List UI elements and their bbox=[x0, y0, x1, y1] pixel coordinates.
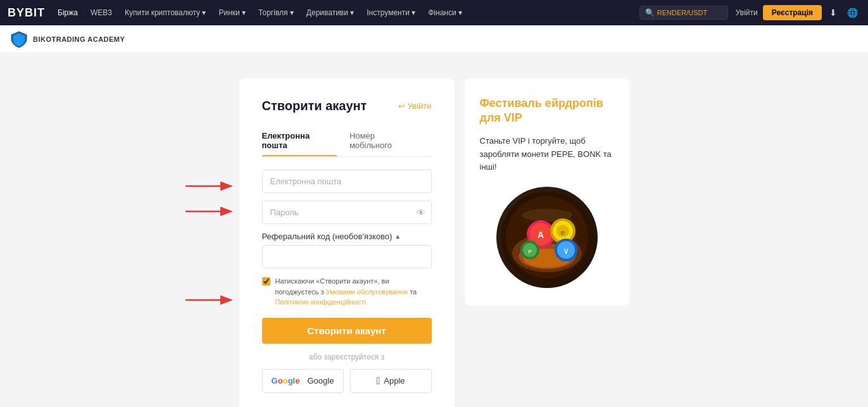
apple-icon:  bbox=[376, 375, 380, 387]
password-input[interactable] bbox=[262, 201, 432, 224]
nav-trade[interactable]: Торгівля ▾ bbox=[253, 8, 299, 17]
register-button[interactable]: Реєстрація bbox=[763, 5, 822, 20]
coins-illustration: A Ð V P bbox=[500, 190, 594, 285]
toggle-password-icon[interactable]: 👁 bbox=[417, 208, 425, 218]
promo-description: Станьте VIP і торгуйте, щоб заробляти мо… bbox=[480, 135, 614, 174]
google-login-button[interactable]: Google Google Google bbox=[262, 369, 344, 393]
search-ticker: RENDER/USDT bbox=[657, 9, 707, 16]
referral-toggle[interactable]: Реферальний код (необов'язково) ▲ bbox=[262, 232, 432, 241]
shield-icon bbox=[10, 30, 28, 48]
svg-text:P: P bbox=[528, 249, 532, 254]
nav-buy-crypto[interactable]: Купити криптовалюту ▾ bbox=[120, 8, 211, 17]
referral-input-group bbox=[262, 245, 432, 268]
search-bar[interactable]: 🔍 RENDER/USDT bbox=[639, 6, 728, 20]
or-divider: або зареєструйтеся з bbox=[262, 353, 432, 361]
globe-icon[interactable]: 🌐 bbox=[845, 8, 860, 18]
svg-text:V: V bbox=[563, 248, 568, 255]
promo-title: Фестиваль ейрдропів для VIP bbox=[480, 96, 614, 126]
svg-text:A: A bbox=[537, 230, 543, 240]
svg-text:Ð: Ð bbox=[560, 230, 565, 236]
sub-navigation: BIKOTRADING ACADEMY bbox=[0, 25, 868, 53]
terms-checkbox[interactable] bbox=[262, 277, 270, 285]
card-header: Створити акаунт ↩ Увійти bbox=[262, 99, 432, 113]
email-input[interactable] bbox=[262, 170, 432, 193]
nav-derivatives[interactable]: Деривативи ▾ bbox=[301, 8, 359, 17]
academy-logo[interactable]: BIKOTRADING ACADEMY bbox=[10, 30, 125, 48]
auth-tabs: Електронна пошта Номер мобільного bbox=[262, 126, 432, 157]
brand-logo: BYBIT bbox=[8, 6, 45, 20]
topnav-right-actions: Увійти Реєстрація ⬇ 🌐 bbox=[736, 5, 860, 20]
social-login-buttons: Google Google Google  Apple bbox=[262, 369, 432, 393]
referral-chevron: ▲ bbox=[394, 233, 401, 240]
register-card: Створити акаунт ↩ Увійти Електронна пошт… bbox=[239, 78, 455, 407]
academy-title: BIKOTRADING ACADEMY bbox=[33, 35, 125, 43]
login-button[interactable]: Увійти bbox=[736, 8, 758, 17]
google-icon: Google bbox=[272, 376, 300, 385]
main-content: Створити акаунт ↩ Увійти Електронна пошт… bbox=[0, 53, 868, 407]
top-navigation: BYBIT Біржа WEB3 Купити криптовалюту ▾ Р… bbox=[0, 0, 868, 25]
terms-row: Натискаючи «Створити акаунт», ви погоджу… bbox=[262, 276, 432, 308]
tab-email[interactable]: Електронна пошта bbox=[262, 126, 337, 156]
password-group: 👁 bbox=[262, 201, 432, 224]
nav-web3[interactable]: WEB3 bbox=[85, 8, 117, 17]
apple-login-button[interactable]:  Apple bbox=[350, 369, 432, 393]
nav-finance[interactable]: Фінанси ▾ bbox=[423, 8, 467, 17]
arrow-password bbox=[182, 202, 239, 221]
nav-instruments[interactable]: Інструменти ▾ bbox=[362, 8, 420, 17]
nav-birja[interactable]: Біржа bbox=[53, 8, 83, 17]
promo-card: Фестиваль ейрдропів для VIP Станьте VIP … bbox=[465, 78, 629, 306]
search-icon: 🔍 bbox=[645, 8, 655, 17]
arrow-email bbox=[182, 177, 239, 196]
promo-image: A Ð V P bbox=[496, 187, 598, 288]
privacy-policy-link[interactable]: Політикою конфіденційності bbox=[275, 298, 366, 306]
download-icon[interactable]: ⬇ bbox=[827, 8, 840, 18]
nav-markets[interactable]: Ринки ▾ bbox=[213, 8, 251, 17]
tab-phone[interactable]: Номер мобільного bbox=[349, 126, 419, 156]
svg-point-18 bbox=[522, 209, 572, 222]
referral-input[interactable] bbox=[262, 245, 432, 268]
create-account-button[interactable]: Створити акаунт bbox=[262, 318, 432, 344]
terms-of-service-link[interactable]: Умовами обслуговування bbox=[326, 288, 408, 296]
email-group bbox=[262, 170, 432, 193]
signin-link[interactable]: ↩ Увійти bbox=[398, 101, 432, 111]
arrow-create bbox=[182, 291, 239, 310]
referral-section: Реферальний код (необов'язково) ▲ bbox=[262, 232, 432, 268]
card-title: Створити акаунт bbox=[262, 99, 367, 113]
